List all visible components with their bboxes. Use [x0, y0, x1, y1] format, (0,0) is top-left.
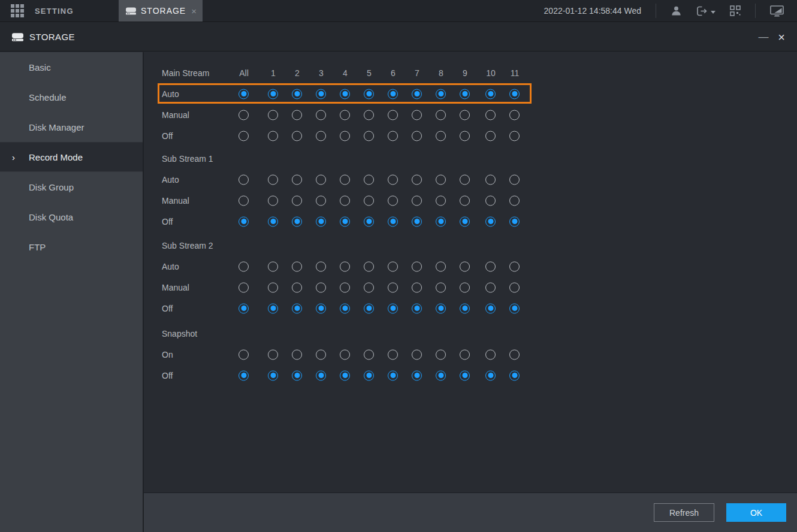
logout-icon[interactable] [696, 6, 716, 16]
radio-main-stream-manual-10[interactable] [485, 110, 496, 120]
minimize-icon[interactable]: — [756, 31, 771, 43]
radio-main-stream-off-2[interactable] [292, 131, 302, 141]
radio-main-stream-manual-4[interactable] [340, 110, 350, 120]
radio-sub-stream-2-off-9[interactable] [460, 303, 470, 313]
radio-main-stream-manual-6[interactable] [388, 110, 398, 120]
radio-main-stream-manual-8[interactable] [436, 110, 446, 120]
radio-main-stream-auto-3[interactable] [316, 89, 326, 99]
sidebar-item-basic[interactable]: ›Basic [0, 52, 143, 82]
radio-sub-stream-1-off-11[interactable] [509, 216, 520, 226]
radio-sub-stream-2-auto-7[interactable] [412, 261, 422, 271]
radio-sub-stream-2-auto-5[interactable] [364, 261, 374, 271]
user-icon[interactable] [671, 5, 682, 16]
radio-sub-stream-2-manual-all[interactable] [239, 282, 249, 292]
radio-snapshot-off-4[interactable] [340, 370, 350, 380]
radio-sub-stream-2-off-11[interactable] [509, 303, 520, 313]
radio-main-stream-off-all[interactable] [239, 131, 249, 141]
radio-sub-stream-1-off-2[interactable] [292, 216, 302, 226]
radio-main-stream-off-1[interactable] [268, 131, 278, 141]
radio-sub-stream-1-manual-all[interactable] [239, 195, 249, 205]
radio-sub-stream-2-off-6[interactable] [388, 303, 398, 313]
radio-snapshot-on-11[interactable] [509, 349, 520, 359]
radio-sub-stream-1-off-6[interactable] [388, 216, 398, 226]
radio-sub-stream-2-manual-7[interactable] [412, 282, 422, 292]
radio-sub-stream-2-auto-1[interactable] [268, 261, 278, 271]
radio-sub-stream-2-off-4[interactable] [340, 303, 350, 313]
radio-snapshot-on-8[interactable] [436, 349, 446, 359]
radio-sub-stream-2-off-7[interactable] [412, 303, 422, 313]
radio-sub-stream-1-manual-1[interactable] [268, 195, 278, 205]
radio-main-stream-off-8[interactable] [436, 131, 446, 141]
radio-main-stream-auto-8[interactable] [436, 89, 446, 99]
radio-snapshot-off-11[interactable] [509, 370, 520, 380]
radio-main-stream-manual-5[interactable] [364, 110, 374, 120]
radio-main-stream-manual-2[interactable] [292, 110, 302, 120]
radio-sub-stream-1-auto-9[interactable] [460, 174, 470, 185]
radio-sub-stream-2-auto-9[interactable] [460, 261, 470, 271]
radio-snapshot-off-all[interactable] [239, 370, 249, 380]
radio-sub-stream-1-off-5[interactable] [364, 216, 374, 226]
radio-sub-stream-2-manual-8[interactable] [436, 282, 446, 292]
radio-sub-stream-1-manual-6[interactable] [388, 195, 398, 205]
radio-snapshot-off-6[interactable] [388, 370, 398, 380]
radio-sub-stream-2-manual-6[interactable] [388, 282, 398, 292]
radio-sub-stream-2-off-5[interactable] [364, 303, 374, 313]
radio-main-stream-auto-7[interactable] [412, 89, 422, 99]
radio-sub-stream-2-manual-4[interactable] [340, 282, 350, 292]
radio-sub-stream-1-manual-8[interactable] [436, 195, 446, 205]
radio-sub-stream-2-off-2[interactable] [292, 303, 302, 313]
radio-main-stream-auto-9[interactable] [460, 89, 470, 99]
radio-sub-stream-1-off-3[interactable] [316, 216, 326, 226]
radio-sub-stream-2-manual-5[interactable] [364, 282, 374, 292]
radio-sub-stream-1-auto-3[interactable] [316, 174, 326, 185]
radio-snapshot-off-7[interactable] [412, 370, 422, 380]
radio-sub-stream-1-auto-8[interactable] [436, 174, 446, 185]
radio-snapshot-on-6[interactable] [388, 349, 398, 359]
radio-snapshot-on-10[interactable] [485, 349, 496, 359]
radio-sub-stream-1-off-7[interactable] [412, 216, 422, 226]
sidebar-item-disk-group[interactable]: ›Disk Group [0, 172, 143, 202]
setting-menu-label[interactable]: SETTING [35, 7, 74, 16]
sidebar-item-ftp[interactable]: ›FTP [0, 232, 143, 262]
radio-snapshot-on-7[interactable] [412, 349, 422, 359]
radio-sub-stream-2-manual-2[interactable] [292, 282, 302, 292]
radio-sub-stream-2-auto-6[interactable] [388, 261, 398, 271]
radio-main-stream-auto-4[interactable] [340, 89, 350, 99]
radio-sub-stream-1-auto-2[interactable] [292, 174, 302, 185]
radio-sub-stream-2-auto-10[interactable] [485, 261, 496, 271]
display-icon[interactable] [770, 5, 784, 17]
radio-main-stream-manual-1[interactable] [268, 110, 278, 120]
ok-button[interactable]: OK [726, 503, 786, 522]
radio-snapshot-off-5[interactable] [364, 370, 374, 380]
radio-sub-stream-1-auto-11[interactable] [509, 174, 520, 185]
radio-main-stream-auto-6[interactable] [388, 89, 398, 99]
radio-sub-stream-2-off-10[interactable] [485, 303, 496, 313]
radio-sub-stream-1-off-10[interactable] [485, 216, 496, 226]
radio-snapshot-on-3[interactable] [316, 349, 326, 359]
radio-sub-stream-2-manual-11[interactable] [509, 282, 520, 292]
radio-main-stream-auto-1[interactable] [268, 89, 278, 99]
radio-sub-stream-1-manual-5[interactable] [364, 195, 374, 205]
radio-sub-stream-2-off-3[interactable] [316, 303, 326, 313]
radio-snapshot-on-2[interactable] [292, 349, 302, 359]
tab-close-icon[interactable]: × [191, 7, 197, 16]
radio-sub-stream-1-manual-3[interactable] [316, 195, 326, 205]
radio-sub-stream-2-auto-2[interactable] [292, 261, 302, 271]
radio-main-stream-off-6[interactable] [388, 131, 398, 141]
radio-snapshot-off-3[interactable] [316, 370, 326, 380]
radio-sub-stream-2-auto-all[interactable] [239, 261, 249, 271]
radio-sub-stream-1-off-all[interactable] [239, 216, 249, 226]
radio-sub-stream-1-off-1[interactable] [268, 216, 278, 226]
radio-snapshot-on-5[interactable] [364, 349, 374, 359]
radio-snapshot-off-1[interactable] [268, 370, 278, 380]
radio-sub-stream-1-manual-4[interactable] [340, 195, 350, 205]
radio-sub-stream-2-manual-3[interactable] [316, 282, 326, 292]
chevron-down-icon[interactable] [711, 11, 716, 14]
radio-snapshot-off-9[interactable] [460, 370, 470, 380]
radio-main-stream-auto-10[interactable] [485, 89, 496, 99]
radio-main-stream-manual-7[interactable] [412, 110, 422, 120]
radio-sub-stream-2-auto-8[interactable] [436, 261, 446, 271]
radio-sub-stream-1-auto-7[interactable] [412, 174, 422, 185]
radio-sub-stream-1-auto-1[interactable] [268, 174, 278, 185]
radio-sub-stream-2-off-8[interactable] [436, 303, 446, 313]
